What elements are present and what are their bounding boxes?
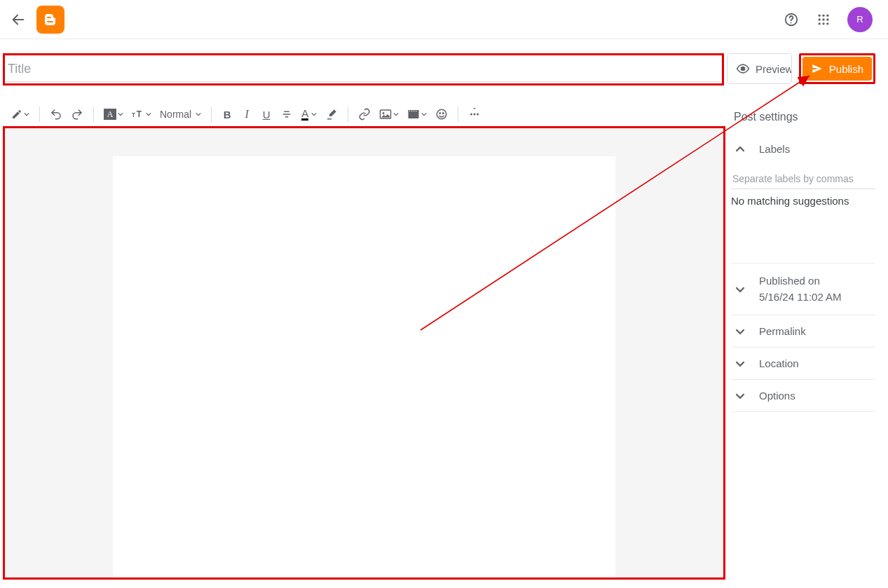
toolbar-separator — [458, 107, 458, 122]
chevron-down-icon — [732, 359, 748, 369]
svg-point-29 — [477, 114, 479, 116]
svg-point-2 — [791, 22, 792, 23]
svg-point-9 — [819, 22, 821, 25]
location-label: Location — [759, 357, 799, 369]
svg-point-22 — [416, 111, 417, 112]
blogger-logo-icon[interactable] — [36, 6, 64, 34]
svg-point-24 — [439, 113, 441, 114]
avatar[interactable]: R — [847, 7, 873, 32]
labels-input[interactable] — [731, 169, 875, 189]
published-on-date: 5/16/24 11:02 AM — [759, 289, 842, 306]
svg-point-3 — [819, 14, 821, 16]
svg-point-20 — [411, 111, 413, 112]
font-size-button[interactable]: TT — [129, 104, 154, 124]
more-options-button[interactable] — [465, 104, 484, 124]
chevron-down-icon — [732, 327, 748, 336]
bold-button[interactable]: B — [219, 104, 235, 124]
labels-no-match-text: No matching suggestions — [731, 189, 875, 207]
underline-button[interactable]: U — [258, 104, 275, 124]
svg-point-27 — [474, 108, 476, 109]
eye-icon — [736, 62, 750, 76]
send-icon — [811, 62, 824, 75]
toolbar-separator — [211, 107, 212, 122]
post-settings-heading: Post settings — [731, 105, 875, 133]
insert-image-button[interactable] — [376, 104, 402, 124]
chevron-down-icon — [732, 391, 748, 401]
preview-label: Preview — [756, 63, 792, 75]
insert-video-button[interactable] — [404, 104, 430, 124]
text-color-button[interactable]: A — [299, 104, 320, 124]
svg-point-16 — [383, 112, 385, 114]
options-section[interactable]: Options — [731, 380, 875, 412]
svg-text:T: T — [132, 112, 135, 118]
publish-button[interactable]: Publish — [802, 57, 872, 81]
preview-button[interactable]: Preview — [728, 54, 792, 83]
svg-point-21 — [414, 111, 415, 112]
svg-point-12 — [742, 67, 745, 71]
published-on-section[interactable]: Published on 5/16/24 11:02 AM — [731, 264, 875, 315]
toolbar-separator — [93, 107, 94, 122]
svg-point-25 — [443, 113, 444, 114]
toolbar-separator — [348, 107, 348, 122]
svg-point-11 — [826, 22, 828, 25]
svg-point-8 — [826, 18, 828, 20]
svg-point-7 — [822, 18, 824, 20]
published-on-label: Published on — [759, 273, 842, 289]
undo-button[interactable] — [47, 104, 65, 124]
top-bar: R — [0, 0, 888, 39]
publish-label: Publish — [829, 63, 863, 75]
chevron-down-icon — [732, 285, 748, 294]
paragraph-style-button[interactable]: Normal — [157, 104, 204, 124]
svg-point-5 — [826, 14, 828, 16]
chevron-up-icon — [732, 144, 748, 154]
svg-point-10 — [822, 22, 824, 25]
editor-content-area[interactable] — [113, 156, 616, 580]
svg-point-28 — [474, 114, 476, 116]
insert-emoji-button[interactable] — [432, 104, 451, 124]
highlight-button[interactable] — [322, 104, 341, 124]
italic-button[interactable]: I — [238, 104, 255, 124]
insert-link-button[interactable] — [355, 104, 374, 124]
svg-text:T: T — [137, 109, 142, 119]
paragraph-style-label: Normal — [160, 109, 191, 120]
avatar-initial: R — [856, 14, 863, 25]
apps-grid-icon[interactable] — [815, 11, 832, 28]
permalink-label: Permalink — [759, 325, 806, 337]
strikethrough-button[interactable] — [278, 104, 296, 124]
svg-rect-17 — [409, 111, 419, 119]
editor-toolbar: A TT Normal B I U — [0, 102, 727, 126]
preview-button-group: Preview — [727, 53, 792, 84]
location-section[interactable]: Location — [731, 348, 875, 380]
svg-point-19 — [409, 111, 411, 112]
permalink-section[interactable]: Permalink — [731, 315, 875, 348]
redo-button[interactable] — [68, 104, 86, 124]
publish-highlight-box: Publish — [799, 53, 875, 84]
title-highlight-box — [3, 53, 724, 86]
labels-section-toggle[interactable]: Labels — [731, 133, 875, 165]
toolbar-separator — [39, 107, 40, 122]
post-title-input[interactable] — [6, 57, 720, 82]
svg-point-4 — [822, 14, 824, 16]
svg-point-6 — [819, 18, 821, 20]
compose-mode-button[interactable] — [8, 104, 32, 124]
options-label: Options — [759, 390, 795, 402]
editor-canvas-highlight-box — [3, 126, 725, 580]
svg-point-26 — [470, 114, 472, 116]
svg-point-23 — [437, 109, 446, 119]
font-family-button[interactable]: A — [101, 104, 126, 124]
help-icon[interactable] — [783, 11, 800, 28]
back-arrow-icon[interactable] — [10, 11, 27, 28]
labels-label: Labels — [759, 143, 790, 155]
